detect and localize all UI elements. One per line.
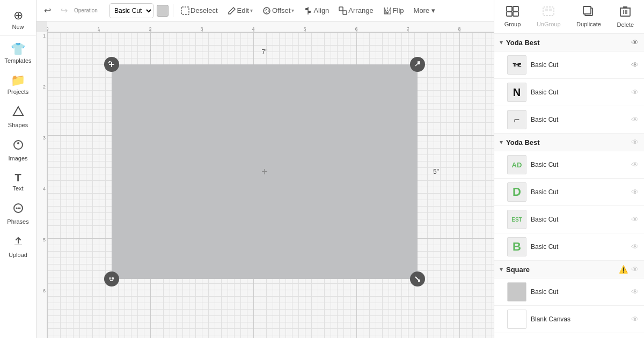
canvas-area[interactable]: 0 1 2 3 4 5 6 7 8 1 2 3 4 5 6 — [36, 21, 494, 338]
ruler-tick-8: 8 — [458, 26, 460, 32]
svg-point-2 — [17, 142, 19, 144]
layer-thumb-l8 — [507, 282, 526, 302]
ruler-mark-6: 6 — [36, 287, 47, 338]
duplicate-action[interactable]: Duplicate — [572, 4, 605, 30]
sidebar-item-text[interactable]: T Text — [0, 167, 36, 197]
layer-item-l7[interactable]: B Basic Cut 👁 — [494, 233, 644, 261]
layer-thumb-l2: N — [507, 83, 526, 102]
ruler-tick-0: 0 — [47, 26, 49, 32]
handle-top-right[interactable] — [410, 57, 425, 72]
flip-button[interactable]: Flip — [380, 5, 407, 17]
layer-item-l5[interactable]: D Basic Cut 👁 — [494, 179, 644, 206]
ruler-tick-5: 5 — [303, 26, 306, 32]
edit-button[interactable]: Edit ▾ — [224, 5, 256, 17]
sidebar-label-images: Images — [8, 155, 27, 161]
eye-square[interactable]: 👁 — [631, 265, 639, 274]
group-name-square: Square — [506, 266, 616, 274]
sidebar-item-projects[interactable]: 📁 Projects — [0, 69, 36, 100]
group-action[interactable]: Group — [500, 4, 525, 30]
ruler-tick-6: 6 — [355, 26, 357, 32]
group-name-yoda2: Yoda Best — [506, 138, 628, 146]
undo-button[interactable]: ↩ — [41, 3, 54, 18]
sidebar-item-upload[interactable]: Upload — [0, 230, 36, 263]
sidebar-label-upload: Upload — [9, 252, 27, 258]
layer-eye-l3[interactable]: 👁 — [631, 115, 639, 124]
layer-name-l4: Basic Cut — [531, 161, 627, 168]
ruler-mark-3: 3 — [36, 134, 47, 185]
sidebar-item-templates[interactable]: 👕 Templates — [0, 38, 36, 69]
handle-top-left[interactable] — [104, 57, 119, 72]
layer-eye-l4[interactable]: 👁 — [631, 160, 639, 169]
layer-thumb-l4: AD — [507, 155, 526, 174]
chevron-square: ▾ — [500, 266, 503, 273]
chevron-yoda2: ▾ — [500, 138, 503, 146]
offset-button[interactable]: Offset ▾ — [259, 5, 297, 17]
svg-rect-25 — [513, 6, 518, 11]
align-button[interactable]: Align — [301, 5, 332, 17]
layers-list[interactable]: ▾ Yoda Best 👁 THE Basic Cut 👁 N Basic Cu… — [494, 34, 644, 338]
layer-eye-l7[interactable]: 👁 — [631, 243, 639, 251]
color-picker-box[interactable] — [157, 5, 169, 17]
layer-eye-l5[interactable]: 👁 — [631, 188, 639, 196]
sidebar-label-projects: Projects — [8, 89, 29, 95]
ruler-mark-4: 4 — [36, 185, 47, 236]
text-icon: T — [14, 172, 21, 183]
layer-name-l2: Basic Cut — [531, 89, 627, 96]
eye-yoda1[interactable]: 👁 — [631, 38, 639, 47]
layer-thumb-l1: THE — [507, 55, 526, 75]
sidebar-item-phrases[interactable]: Phrases — [0, 197, 36, 230]
svg-marker-16 — [387, 8, 391, 14]
svg-rect-14 — [343, 11, 347, 14]
sidebar-item-images[interactable]: Images — [0, 134, 36, 167]
delete-label: Delete — [617, 21, 634, 28]
group-header-yoda-best-2[interactable]: ▾ Yoda Best 👁 — [494, 134, 644, 151]
operation-label: Operation — [74, 8, 106, 13]
layer-item-l6[interactable]: EST Basic Cut 👁 — [494, 206, 644, 233]
deselect-button[interactable]: Deselect — [178, 5, 221, 17]
eye-yoda2[interactable]: 👁 — [631, 138, 639, 146]
ruler-mark-2: 2 — [36, 83, 47, 134]
toolbar-divider-1 — [173, 4, 173, 17]
layer-item-l2[interactable]: N Basic Cut 👁 — [494, 79, 644, 106]
handle-bottom-left[interactable] — [104, 271, 119, 286]
ruler-tick-2: 2 — [149, 26, 151, 32]
grid-canvas[interactable]: 7" 5" + — [47, 32, 494, 338]
layer-item-l9[interactable]: Blank Canvas 👁 — [494, 306, 644, 333]
layer-item-l3[interactable]: ⌐ Basic Cut 👁 — [494, 106, 644, 134]
layer-eye-l1[interactable]: 👁 — [631, 61, 639, 69]
svg-rect-26 — [507, 12, 512, 16]
group-header-yoda-best-1[interactable]: ▾ Yoda Best 👁 — [494, 34, 644, 52]
sidebar-item-shapes[interactable]: Shapes — [0, 100, 36, 134]
layer-name-l1: Basic Cut — [531, 61, 627, 69]
operation-select[interactable]: Basic Cut — [110, 4, 153, 18]
group-label: Group — [504, 21, 521, 27]
layer-eye-l8[interactable]: 👁 — [631, 288, 639, 296]
ruler-tick-1: 1 — [97, 26, 100, 32]
sidebar-item-new[interactable]: ⊕ New — [0, 4, 36, 36]
right-panel: Group UnGroup Duplicate Delete ▾ Yoda Be… — [494, 0, 644, 338]
layer-eye-l6[interactable]: 👁 — [631, 215, 639, 224]
new-icon: ⊕ — [13, 10, 23, 21]
layer-item-l4[interactable]: AD Basic Cut 👁 — [494, 151, 644, 179]
svg-rect-28 — [543, 7, 554, 16]
more-button[interactable]: More ▾ — [411, 5, 438, 16]
svg-point-1 — [14, 141, 23, 149]
redo-button[interactable]: ↪ — [57, 3, 71, 18]
svg-rect-29 — [545, 9, 548, 11]
ruler-top: 0 1 2 3 4 5 6 7 8 — [47, 21, 494, 32]
ruler-left: 1 2 3 4 5 6 — [36, 32, 47, 338]
layer-item-l1[interactable]: THE Basic Cut 👁 — [494, 52, 644, 79]
design-rect[interactable]: 7" 5" + — [112, 64, 418, 279]
delete-action[interactable]: Delete — [612, 3, 638, 30]
sidebar-label-phrases: Phrases — [7, 218, 28, 225]
layer-eye-l9[interactable]: 👁 — [631, 315, 639, 324]
group-header-square[interactable]: ▾ Square ⚠️ 👁 — [494, 261, 644, 278]
layer-thumb-l9 — [507, 310, 526, 329]
layer-item-l8[interactable]: Basic Cut 👁 — [494, 278, 644, 306]
handle-bottom-right[interactable] — [410, 271, 425, 286]
layer-name-l9: Blank Canvas — [531, 315, 627, 323]
svg-rect-12 — [308, 11, 311, 13]
layer-eye-l2[interactable]: 👁 — [631, 88, 639, 97]
arrange-button[interactable]: Arrange — [335, 5, 376, 17]
operation-select-wrap[interactable]: Basic Cut — [109, 3, 153, 18]
